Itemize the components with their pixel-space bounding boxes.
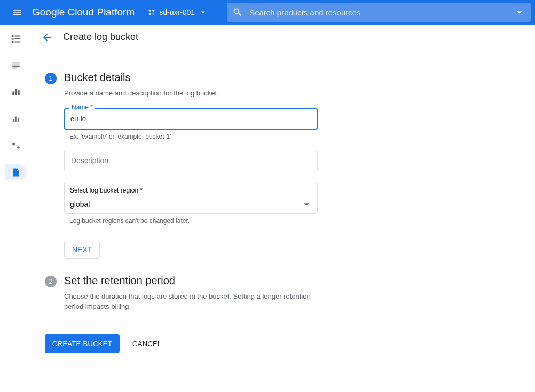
name-input[interactable] — [70, 115, 311, 123]
next-button[interactable]: NEXT — [64, 241, 100, 259]
step-2: 2 Set the retention period Choose the du… — [45, 275, 361, 322]
chevron-down-icon — [301, 199, 312, 210]
svg-rect-9 — [18, 118, 19, 122]
name-label: Name * — [69, 103, 95, 111]
step-1-title: Bucket details — [64, 71, 361, 84]
region-select[interactable]: Select log bucket region * global — [64, 182, 318, 214]
nav-metrics-icon[interactable] — [5, 111, 27, 127]
page-title: Create log bucket — [63, 31, 138, 43]
nav-logging-icon[interactable] — [5, 31, 27, 47]
step-1: 1 Bucket details Provide a name and desc… — [45, 71, 361, 108]
action-row: CREATE BUCKET CANCEL — [45, 334, 361, 353]
left-nav-rail — [0, 25, 32, 392]
brand-title: Google Cloud Platform — [32, 6, 135, 18]
step-1-badge: 1 — [45, 73, 57, 84]
nav-explorer-icon[interactable] — [5, 58, 27, 74]
search-icon — [232, 7, 243, 18]
svg-point-1 — [153, 10, 155, 12]
svg-rect-5 — [15, 89, 17, 95]
cancel-button[interactable]: CANCEL — [132, 340, 162, 348]
project-name: sd-uxr-001 — [159, 8, 195, 17]
form-content: 1 Bucket details Provide a name and desc… — [32, 50, 374, 366]
region-label: Select log bucket region * — [70, 187, 317, 194]
region-value: global — [70, 200, 90, 209]
back-arrow-icon[interactable] — [41, 31, 53, 44]
step-1-body: Name * Ex. 'example' or 'example_bucket-… — [51, 108, 361, 275]
svg-rect-8 — [15, 117, 16, 123]
nav-router-icon[interactable] — [5, 138, 27, 154]
sub-header: Create log bucket — [32, 25, 535, 50]
menu-icon[interactable] — [4, 0, 30, 25]
create-bucket-button[interactable]: CREATE BUCKET — [45, 334, 120, 353]
name-helper: Ex. 'example' or 'example_bucket-1' — [69, 133, 361, 140]
step-1-subtitle: Provide a name and description for the l… — [64, 88, 361, 99]
project-icon — [147, 8, 156, 17]
name-field: Name * — [64, 108, 361, 130]
step-2-title: Set the retention period — [64, 275, 361, 287]
svg-point-0 — [149, 10, 151, 12]
search-box[interactable] — [227, 3, 531, 22]
description-input[interactable]: Description — [64, 150, 318, 171]
top-app-bar: Google Cloud Platform sd-uxr-001 — [0, 0, 535, 25]
svg-rect-4 — [12, 92, 14, 96]
search-expand-icon[interactable] — [514, 6, 525, 18]
step-2-badge: 2 — [45, 276, 57, 287]
project-picker[interactable]: sd-uxr-001 — [144, 5, 211, 19]
description-placeholder: Description — [71, 156, 108, 165]
svg-rect-6 — [18, 90, 19, 95]
step-2-subtitle: Choose the duration that logs are stored… — [64, 291, 315, 312]
nav-dashboards-icon[interactable] — [5, 84, 27, 100]
nav-storage-icon[interactable] — [5, 164, 27, 180]
svg-rect-7 — [13, 119, 14, 122]
chevron-down-icon — [198, 7, 208, 17]
svg-point-2 — [149, 13, 151, 15]
svg-point-3 — [153, 13, 155, 15]
search-input[interactable] — [249, 8, 514, 17]
region-helper: Log bucket regions can't be changed late… — [69, 217, 361, 225]
